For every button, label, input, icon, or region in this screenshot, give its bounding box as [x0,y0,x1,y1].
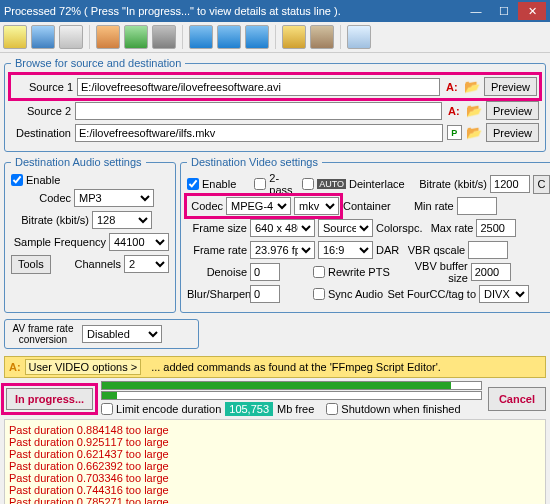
colorspc-label: Colorspc. [376,222,422,234]
mbfree-label: Mb free [277,403,314,415]
blur-label: Blur/Sharpen [187,288,247,300]
avfr-select[interactable]: Disabled [82,325,162,343]
toolbar-icon-11[interactable] [310,25,334,49]
audio-bitrate-select[interactable]: 128 [92,211,152,229]
source2-row: Source 2 A: Preview [11,101,539,120]
framemode-select[interactable]: Source [318,219,373,237]
toolbar-icon-4[interactable] [96,25,120,49]
progress-area: In progress... Limit encode duration 105… [4,381,546,416]
blur-input[interactable] [250,285,280,303]
video-legend: Destination Video settings [187,156,322,168]
preview-button-3[interactable]: Preview [486,123,539,142]
dest-label: Destination [11,127,71,139]
minrate-input[interactable] [457,197,497,215]
log-line: Past duration 0.621437 too large [9,448,541,460]
denoise-input[interactable] [250,263,280,281]
annot-icon-2[interactable]: A: [446,103,462,119]
browse-folder-icon[interactable] [464,79,480,95]
browse-fieldset: Browse for source and destination Source… [4,57,546,152]
video-enable[interactable]: Enable [187,178,236,190]
audio-legend: Destination Audio settings [11,156,146,168]
user-opts-bar: A: User VIDEO options > ... added comman… [4,356,546,378]
browse-folder-icon-2[interactable] [466,103,482,119]
vbitrate-label: Bitrate (kbit/s) [408,178,487,190]
framerate-select[interactable]: 23.976 fps [250,241,315,259]
toolbar-icon-5[interactable] [124,25,148,49]
rewrite-check[interactable]: Rewrite PTS [313,266,390,278]
toolbar-icon-1[interactable] [3,25,27,49]
window-title: Processed 72% ( Press "In progress..." t… [4,5,462,17]
fourcc-select[interactable]: DIVX [479,285,529,303]
audio-fieldset: Destination Audio settings Enable CodecM… [4,156,176,313]
close-button[interactable]: ✕ [518,2,546,20]
avfr-box: AV frame rate conversion Disabled [4,319,199,349]
toolbar-icon-9[interactable] [245,25,269,49]
progress-bar-2 [101,391,482,400]
cancel-button[interactable]: Cancel [488,387,546,411]
dest-input[interactable] [75,124,443,142]
annot-icon[interactable]: A: [444,79,460,95]
toolbar [0,22,550,53]
log-area[interactable]: Past duration 0.884148 too large Past du… [4,419,546,504]
titlebar: Processed 72% ( Press "In progress..." t… [0,0,550,22]
toolbar-icon-8[interactable] [217,25,241,49]
dar-label: DAR [376,244,399,256]
vbv-input[interactable] [471,263,511,281]
source1-input[interactable] [77,78,440,96]
deint-check[interactable]: AUTODeinterlace [302,178,404,190]
minrate-label: Min rate [394,200,454,212]
source1-row: Source 1 A: Preview [11,75,539,98]
audio-codec-select[interactable]: MP3 [74,189,154,207]
progress-bar-1 [101,381,482,390]
a-icon[interactable]: A: [9,361,21,373]
preview-button-2[interactable]: Preview [486,101,539,120]
container-label: Container [343,200,391,212]
mbfree-value: 105,753 [225,402,273,416]
aspect-select[interactable]: 16:9 [318,241,373,259]
container-select[interactable]: mkv [294,197,339,215]
maximize-button[interactable]: ☐ [490,2,518,20]
maxrate-input[interactable] [476,219,516,237]
vbv-label: VBV buffer size [393,260,468,284]
preview-button-1[interactable]: Preview [484,77,537,96]
log-line: Past duration 0.662392 too large [9,460,541,472]
browse-folder-icon-3[interactable] [466,125,482,141]
source2-input[interactable] [75,102,442,120]
vbr-input[interactable] [468,241,508,259]
p-icon[interactable]: P [447,125,462,140]
source2-label: Source 2 [11,105,71,117]
toolbar-icon-6[interactable] [152,25,176,49]
toolbar-icon-7[interactable] [189,25,213,49]
framerate-label: Frame rate [187,244,247,256]
browse-legend: Browse for source and destination [11,57,185,69]
channels-select[interactable]: 2 [124,255,169,273]
tools-button[interactable]: Tools [11,255,51,274]
toolbar-icon-2[interactable] [31,25,55,49]
vbr-label: VBR qscale [402,244,465,256]
toolbar-sep-2 [182,25,183,49]
progress-bars: Limit encode duration 105,753 Mb free Sh… [101,381,482,416]
toolbar-icon-10[interactable] [282,25,306,49]
toolbar-sep-4 [340,25,341,49]
source1-label: Source 1 [13,81,73,93]
user-opts-label[interactable]: User VIDEO options > [25,359,142,375]
c-button[interactable]: C [533,175,550,194]
log-line: Past duration 0.703346 too large [9,472,541,484]
shutdown-check[interactable]: Shutdown when finished [326,403,460,415]
framesize-select[interactable]: 640 x 480 [250,219,315,237]
audio-sample-select[interactable]: 44100 [109,233,169,251]
toolbar-icon-12[interactable] [347,25,371,49]
limit-check[interactable]: Limit encode duration [101,403,221,415]
framesize-label: Frame size [187,222,247,234]
in-progress-button[interactable]: In progress... [6,388,93,410]
twopass-check[interactable]: 2-pass [254,172,299,196]
log-line: Past duration 0.884148 too large [9,424,541,436]
log-line: Past duration 0.744316 too large [9,484,541,496]
vcodec-label: Codec [188,200,223,212]
minimize-button[interactable]: — [462,2,490,20]
vcodec-select[interactable]: MPEG-4 [226,197,291,215]
sync-check[interactable]: Sync Audio [313,288,383,300]
toolbar-icon-3[interactable] [59,25,83,49]
vbitrate-input[interactable] [490,175,530,193]
audio-enable[interactable]: Enable [11,174,60,186]
